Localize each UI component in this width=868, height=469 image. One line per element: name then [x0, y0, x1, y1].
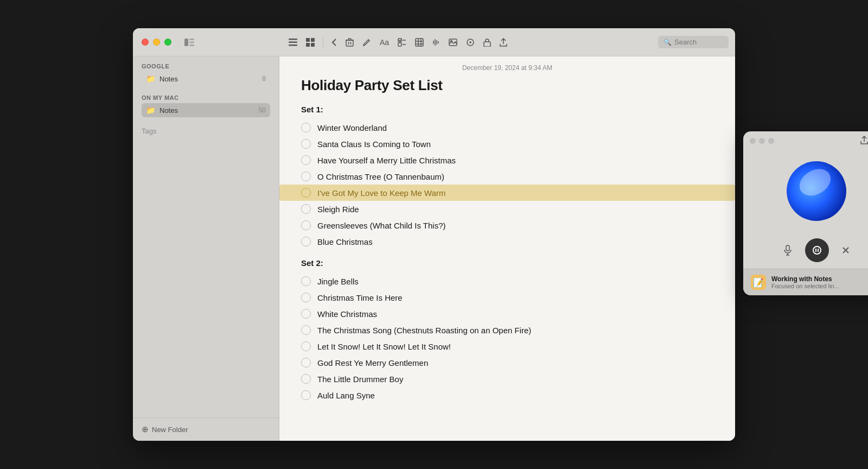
- checklist-item-0[interactable]: Winter Wonderland: [297, 119, 718, 136]
- note-date: December 19, 2024 at 9:34 AM: [279, 56, 735, 77]
- toolbar-separator: [323, 37, 323, 48]
- checkbox-1[interactable]: [301, 139, 311, 149]
- checklist-item-3[interactable]: O Christmas Tree (O Tannenbaum): [297, 168, 718, 185]
- font-button[interactable]: Aa: [377, 35, 392, 49]
- svg-rect-11: [346, 40, 353, 46]
- traffic-lights: [133, 39, 279, 46]
- item-text-0: Winter Wonderland: [317, 123, 387, 132]
- checkbox-0[interactable]: [301, 123, 311, 132]
- widget-dot-3: [768, 138, 774, 144]
- set1-heading: Set 1:: [301, 105, 713, 114]
- checklist-item-s2-0[interactable]: Jingle Bells: [297, 273, 718, 289]
- main-content: Google 📁 Notes 8 On My Mac 📁 Notes 50: [133, 56, 735, 441]
- widget-visual: [743, 150, 868, 232]
- lock-button[interactable]: [481, 35, 494, 49]
- checkbox-4[interactable]: [301, 188, 311, 198]
- checklist-item-s2-4[interactable]: Let It Snow! Let It Snow! Let It Snow!: [297, 338, 718, 354]
- close-button[interactable]: [142, 39, 149, 46]
- audio-button[interactable]: [430, 35, 443, 49]
- svg-rect-6: [289, 45, 297, 46]
- checkbox-s2-3[interactable]: [301, 325, 311, 335]
- folder-icon-mac: 📁: [146, 106, 155, 115]
- checklist-item-7[interactable]: Blue Christmas: [297, 233, 718, 250]
- svg-rect-19: [416, 39, 423, 46]
- minimize-button[interactable]: [153, 39, 160, 46]
- new-folder-button[interactable]: ⊕ New Folder: [142, 424, 188, 434]
- item-text-s2-7: Auld Lang Syne: [317, 391, 375, 400]
- back-button[interactable]: [329, 35, 340, 49]
- mac-notes-count: 50: [259, 106, 266, 114]
- item-text-s2-4: Let It Snow! Let It Snow! Let It Snow!: [317, 342, 451, 351]
- widget-notification: 📝 Working with Notes Focused on selected…: [743, 269, 868, 295]
- checklist-item-s2-5[interactable]: God Rest Ye Merry Gentlemen: [297, 354, 718, 371]
- note-editor: December 19, 2024 at 9:34 AM Holiday Par…: [279, 56, 735, 441]
- table-button[interactable]: [412, 35, 426, 49]
- delete-button[interactable]: [343, 35, 356, 49]
- search-box[interactable]: 🔍: [658, 36, 729, 48]
- svg-point-30: [467, 39, 474, 46]
- svg-rect-1: [189, 39, 194, 40]
- search-input[interactable]: [674, 38, 723, 46]
- checklist-item-6[interactable]: Greensleeves (What Child Is This?): [297, 217, 718, 233]
- checkbox-s2-2[interactable]: [301, 309, 311, 319]
- widget-controls: [743, 232, 868, 269]
- widget-album-art: [787, 161, 846, 221]
- plus-icon: ⊕: [142, 424, 149, 434]
- item-text-6: Greensleeves (What Child Is This?): [317, 221, 445, 230]
- checkbox-2[interactable]: [301, 155, 311, 165]
- svg-point-39: [813, 246, 821, 254]
- sidebar: Google 📁 Notes 8 On My Mac 📁 Notes 50: [133, 56, 279, 441]
- checkbox-3[interactable]: [301, 172, 311, 181]
- checklist-item-2[interactable]: Have Yourself a Merry Little Christmas: [297, 152, 718, 168]
- checkbox-s2-7[interactable]: [301, 390, 311, 400]
- checkbox-s2-6[interactable]: [301, 374, 311, 384]
- svg-rect-17: [398, 43, 401, 46]
- tags-section: Tags: [133, 119, 279, 138]
- checkbox-s2-1[interactable]: [301, 293, 311, 302]
- checklist-item-1[interactable]: Santa Claus Is Coming to Town: [297, 136, 718, 152]
- note-content[interactable]: Holiday Party Set List Set 1: Winter Won…: [279, 77, 735, 441]
- checkbox-s2-5[interactable]: [301, 358, 311, 367]
- checkbox-6[interactable]: [301, 220, 311, 230]
- checkbox-5[interactable]: [301, 204, 311, 214]
- sidebar-footer: ⊕ New Folder: [133, 417, 279, 441]
- draw-button[interactable]: [463, 35, 477, 49]
- checklist-item-s2-3[interactable]: The Christmas Song (Chestnuts Roasting o…: [297, 322, 718, 338]
- widget-mic-button[interactable]: [783, 245, 792, 256]
- share-button[interactable]: [497, 35, 510, 49]
- sidebar-item-google-notes[interactable]: 📁 Notes 8: [142, 72, 270, 86]
- widget-play-button[interactable]: [805, 238, 829, 262]
- media-button[interactable]: [446, 36, 460, 49]
- list-view-button[interactable]: [286, 36, 300, 49]
- checklist-item-s2-2[interactable]: White Christmas: [297, 306, 718, 322]
- checklist-button[interactable]: [395, 35, 409, 49]
- sidebar-item-mac-notes[interactable]: 📁 Notes 50: [142, 103, 270, 117]
- widget-share-button[interactable]: [860, 136, 868, 146]
- widget-notif-subtitle: Focused on selected lin...: [771, 283, 863, 289]
- title-bar: Aa: [133, 28, 735, 56]
- maximize-button[interactable]: [164, 39, 171, 46]
- checklist-item-s2-6[interactable]: The Little Drummer Boy: [297, 371, 718, 387]
- item-text-s2-5: God Rest Ye Merry Gentlemen: [317, 358, 428, 367]
- checkbox-s2-0[interactable]: [301, 276, 311, 286]
- checklist-item-4[interactable]: I've Got My Love to Keep Me Warm: [279, 185, 735, 201]
- widget-notif-icon: 📝: [751, 275, 766, 290]
- sidebar-toggle-button[interactable]: [184, 39, 194, 46]
- checklist-item-5[interactable]: Sleigh Ride: [297, 201, 718, 217]
- checkbox-s2-4[interactable]: [301, 341, 311, 351]
- checkbox-7[interactable]: [301, 237, 311, 246]
- item-text-5: Sleigh Ride: [317, 205, 359, 214]
- item-text-s2-6: The Little Drummer Boy: [317, 375, 403, 384]
- folder-icon: 📁: [146, 74, 155, 83]
- widget-close-button[interactable]: [842, 246, 850, 254]
- item-text-2: Have Yourself a Merry Little Christmas: [317, 156, 456, 165]
- compose-button[interactable]: [360, 35, 374, 49]
- item-text-7: Blue Christmas: [317, 237, 373, 246]
- checklist-item-s2-1[interactable]: Christmas Time Is Here: [297, 289, 718, 306]
- set2-heading: Set 2:: [301, 258, 713, 268]
- svg-rect-10: [311, 43, 315, 47]
- mac-section: On My Mac 📁 Notes 50: [133, 88, 279, 119]
- grid-view-button[interactable]: [303, 35, 317, 49]
- new-folder-label: New Folder: [152, 426, 188, 434]
- checklist-item-s2-7[interactable]: Auld Lang Syne: [297, 387, 718, 403]
